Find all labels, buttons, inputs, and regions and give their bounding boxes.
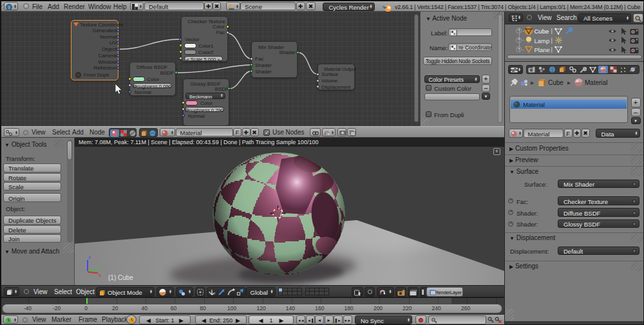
svg-text:z: z <box>88 254 91 260</box>
svg-text:y: y <box>99 265 101 270</box>
svg-text:x: x <box>99 272 101 278</box>
